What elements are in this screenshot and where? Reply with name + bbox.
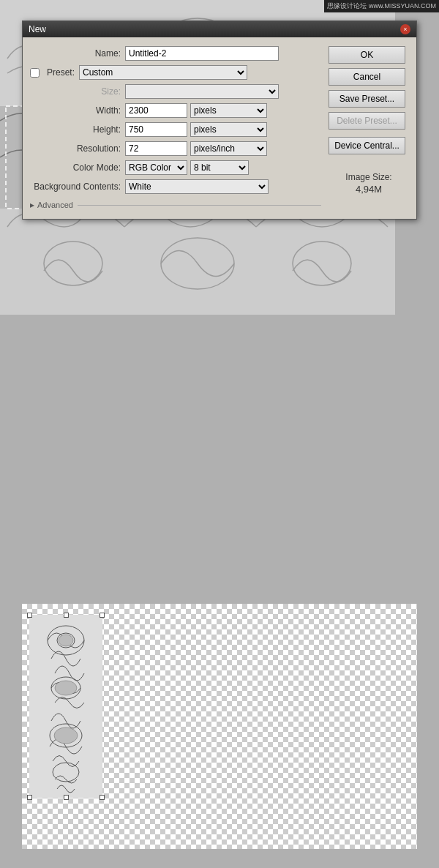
cancel-button[interactable]: Cancel — [329, 68, 405, 86]
dialog-buttons: OK Cancel Save Preset... Delete Preset..… — [329, 46, 409, 210]
bg-contents-label: Background Contents: — [30, 182, 125, 192]
advanced-row: ▸ Advanced — [30, 200, 321, 210]
image-size-label: Image Size: — [329, 172, 409, 182]
svg-point-22 — [59, 635, 73, 646]
bg-contents-row: Background Contents: White Background Co… — [30, 179, 321, 194]
bit-depth-select[interactable]: 8 bit 16 bit 32 bit — [190, 160, 249, 175]
advanced-separator — [78, 205, 321, 206]
image-size-area: Image Size: 4,94M — [329, 165, 409, 195]
name-input[interactable] — [125, 46, 279, 61]
width-label: Width: — [30, 105, 125, 116]
name-label: Name: — [30, 48, 125, 59]
size-label: Size: — [30, 86, 125, 97]
small-image — [29, 615, 102, 798]
transform-handle-bl[interactable] — [27, 795, 32, 800]
advanced-label: Advanced — [37, 201, 73, 209]
small-image-svg — [29, 615, 102, 798]
watermark: 思缘设计论坛 www.MISSYUAN.COM — [324, 0, 439, 12]
color-mode-row: Color Mode: RGB Color CMYK Color Graysca… — [30, 160, 321, 175]
width-row: Width: pixels inches cm — [30, 103, 321, 118]
svg-point-24 — [54, 727, 78, 744]
height-row: Height: pixels inches cm — [30, 122, 321, 137]
ok-button[interactable]: OK — [329, 46, 405, 64]
transform-handle-tl[interactable] — [27, 613, 32, 618]
width-input[interactable] — [125, 103, 187, 118]
preset-label: Preset: — [42, 67, 79, 78]
resolution-input[interactable] — [125, 141, 187, 156]
transform-handle-b[interactable] — [64, 795, 69, 800]
bg-contents-select[interactable]: White Background Color Transparent — [125, 179, 269, 194]
canvas-small-image — [22, 604, 417, 849]
color-mode-label: Color Mode: — [30, 162, 125, 173]
preset-checkbox[interactable] — [30, 68, 40, 78]
height-label: Height: — [30, 124, 125, 135]
dialog-close-button[interactable]: × — [400, 24, 410, 34]
delete-preset-button[interactable]: Delete Preset... — [329, 112, 405, 130]
svg-point-23 — [55, 681, 77, 695]
image-size-value: 4,94M — [329, 184, 409, 195]
resolution-unit-select[interactable]: pixels/inch pixels/cm — [190, 141, 267, 156]
resolution-row: Resolution: pixels/inch pixels/cm — [30, 141, 321, 156]
name-row: Name: — [30, 46, 321, 61]
color-mode-select[interactable]: RGB Color CMYK Color Grayscale — [125, 160, 187, 175]
transform-handle-t[interactable] — [64, 613, 69, 618]
resolution-label: Resolution: — [30, 143, 125, 154]
width-unit-select[interactable]: pixels inches cm — [190, 103, 267, 118]
dialog-title: New — [29, 24, 46, 34]
preset-row: Preset: Custom — [30, 65, 321, 80]
dialog-body: Name: Preset: Custom Size: Width: — [23, 37, 416, 219]
preset-select[interactable]: Custom — [79, 65, 247, 80]
save-preset-button[interactable]: Save Preset... — [329, 90, 405, 108]
advanced-arrow-icon: ▸ — [30, 200, 34, 210]
new-document-dialog: New × Name: Preset: Custom Size: — [22, 20, 417, 220]
transform-handle-br[interactable] — [100, 795, 105, 800]
transform-handle-tr[interactable] — [100, 613, 105, 618]
device-central-button[interactable]: Device Central... — [329, 137, 405, 154]
size-select[interactable] — [125, 84, 279, 99]
transform-container — [29, 615, 102, 798]
height-input[interactable] — [125, 122, 187, 137]
size-row: Size: — [30, 84, 321, 99]
height-unit-select[interactable]: pixels inches cm — [190, 122, 267, 137]
dialog-form: Name: Preset: Custom Size: Width: — [30, 46, 321, 210]
dialog-titlebar: New × — [23, 21, 416, 37]
